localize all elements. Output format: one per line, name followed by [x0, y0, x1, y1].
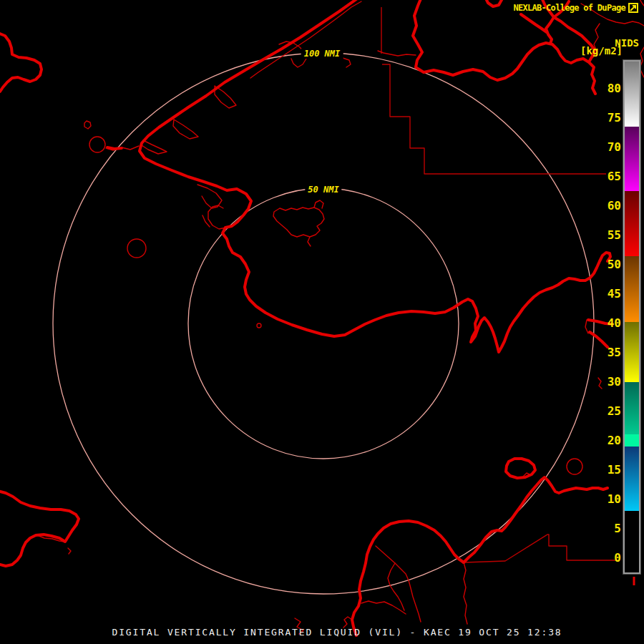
colorbar-tick-label: 20 [587, 434, 621, 448]
shoreline-detail-path [107, 147, 122, 149]
colorbar-tick-label: 0 [587, 551, 621, 565]
colorbar-tick-label: 25 [587, 404, 621, 419]
range-ring-50nmi [188, 188, 459, 459]
island-circle [89, 137, 105, 152]
river-path [464, 562, 467, 624]
coastline-path [140, 0, 610, 352]
coastline-path [0, 33, 42, 92]
shoreline-detail-path [378, 51, 416, 56]
lake-circle [567, 459, 582, 474]
island-dot [257, 323, 261, 328]
range-ring-label-100nmi: 100 NMI [301, 49, 343, 59]
shoreline-detail-path [208, 205, 226, 229]
shoreline-detail-path [250, 1, 361, 78]
island-outline [215, 86, 236, 108]
coastline-path [0, 491, 79, 566]
colorbar-tick-label: 15 [587, 463, 621, 477]
island-outline [173, 119, 198, 139]
shoreline-detail-path [343, 617, 352, 628]
colorbar-tick-label: 10 [587, 492, 621, 507]
lake-outline [506, 459, 535, 478]
island-circle [127, 239, 146, 258]
colorbar-tick-label: 45 [587, 287, 621, 301]
coastline-path [485, 0, 502, 6]
product-caption: DIGITAL VERTICALLY INTEGRATED LIQUID (VI… [112, 627, 562, 638]
river-path [361, 601, 406, 614]
colorbar-tick-label: 30 [587, 375, 621, 389]
colorbar-tick-label: 65 [587, 170, 621, 184]
brand-label: NEXLAB-College of DuPage [513, 3, 625, 13]
brand-link[interactable]: NEXLAB-College of DuPage [513, 3, 638, 13]
external-link-icon [628, 3, 638, 13]
island-outline [142, 140, 167, 154]
colorbar-tick-label: 5 [587, 522, 621, 536]
colorbar-tick-label: 75 [587, 111, 621, 125]
range-ring-label-50nmi: 50 NMI [305, 185, 341, 195]
colorbar-gradient [623, 60, 640, 574]
radar-map-canvas [0, 0, 644, 644]
colorbar-tick-label: 55 [587, 228, 621, 243]
radar-viewer-screen: NEXLAB-College of DuPage NIDS [kg/m2] 80… [0, 0, 644, 644]
colorbar-tick-label: 35 [587, 346, 621, 360]
river-path [376, 546, 421, 622]
colorbar-tick-label: 50 [587, 258, 621, 272]
colorbar-tick-label: 80 [587, 82, 621, 96]
colorbar-tick-label: 70 [587, 140, 621, 155]
colorbar-units: [kg/m2] [580, 45, 623, 57]
island-outline [84, 121, 91, 129]
colorbar-tick-label: 60 [587, 199, 621, 213]
estuary-outline [273, 208, 324, 237]
colorbar-tick-label: 40 [587, 316, 621, 331]
coastline-path [464, 477, 608, 562]
